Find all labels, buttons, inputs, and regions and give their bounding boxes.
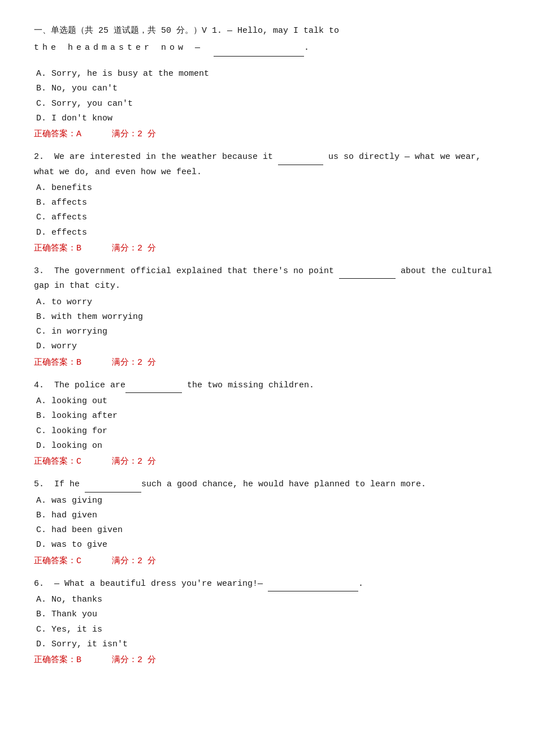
q4-option-c: C. looking for [34, 424, 500, 439]
q2-option-d: D. effects [34, 226, 500, 240]
q3-answer: 正确答案：B 满分：2 分 [34, 356, 500, 370]
q6-score-label: 满分：2 分 [112, 655, 156, 665]
q6-answer-label: 正确答案：B [34, 655, 81, 665]
question-6: 6. — What a beautiful dress you're weari… [34, 577, 500, 668]
q5-option-d: D. was to give [34, 538, 500, 552]
q5-option-c: C. had been given [34, 523, 500, 538]
q5-option-b: B. had given [34, 508, 500, 523]
q1-answer: 正确答案：A 满分：2 分 [34, 127, 500, 142]
q5-answer: 正确答案：C 满分：2 分 [34, 554, 500, 569]
q1-option-c: C. Sorry, you can't [34, 97, 500, 111]
question-4: 4. The police are the two missing childr… [34, 378, 500, 470]
q1-score-label: 满分：2 分 [112, 129, 156, 139]
q1-answer-label: 正确答案：A [34, 129, 81, 139]
header-line2: the headmaster now — . [34, 40, 500, 57]
question-5: 5. If he such a good chance, he would ha… [34, 477, 500, 569]
q2-option-a: A. benefits [34, 181, 500, 196]
q2-answer-label: 正确答案：B [34, 244, 81, 253]
q3-option-b: B. with them worrying [34, 310, 500, 325]
q3-answer-label: 正确答案：B [34, 358, 81, 368]
question-2: 2. We are interested in the weather beca… [34, 150, 500, 256]
q5-score-label: 满分：2 分 [112, 556, 156, 566]
q2-text: 2. We are interested in the weather beca… [34, 150, 500, 180]
q6-option-d: D. Sorry, it isn't [34, 637, 500, 652]
q4-blank [125, 392, 182, 393]
q5-blank [85, 492, 141, 493]
q6-answer: 正确答案：B 满分：2 分 [34, 653, 500, 668]
q4-answer: 正确答案：C 满分：2 分 [34, 455, 500, 469]
q4-option-d: D. looking on [34, 439, 500, 453]
question-3: 3. The government official explained tha… [34, 264, 500, 370]
q5-text: 5. If he such a good chance, he would ha… [34, 477, 500, 492]
q3-option-a: A. to worry [34, 295, 500, 310]
spaced-text: the headmaster now — [34, 43, 203, 53]
header-line1: 一、单选题（共 25 道试题，共 50 分。）V 1. — Hello, may… [34, 23, 500, 40]
period: . [304, 43, 309, 53]
q5-answer-label: 正确答案：C [34, 556, 81, 566]
q4-answer-label: 正确答案：C [34, 457, 81, 466]
q4-option-a: A. looking out [34, 394, 500, 409]
q1-option-a: A. Sorry, he is busy at the moment [34, 67, 500, 81]
q1-option-b: B. No, you can't [34, 81, 500, 96]
q3-score-label: 满分：2 分 [112, 358, 156, 368]
q4-text: 4. The police are the two missing childr… [34, 378, 500, 393]
blank-line2 [214, 56, 304, 57]
q2-answer: 正确答案：B 满分：2 分 [34, 241, 500, 256]
q2-score-label: 满分：2 分 [112, 244, 156, 253]
q4-option-b: B. looking after [34, 409, 500, 424]
header-section: 一、单选题（共 25 道试题，共 50 分。）V 1. — Hello, may… [34, 23, 500, 57]
page-container: 一、单选题（共 25 道试题，共 50 分。）V 1. — Hello, may… [34, 23, 500, 668]
q6-option-b: B. Thank you [34, 607, 500, 622]
q3-blank [339, 278, 396, 279]
q2-blank [278, 165, 323, 165]
q3-option-d: D. worry [34, 339, 500, 354]
q6-option-a: A. No, thanks [34, 593, 500, 607]
q2-option-b: B. affects [34, 196, 500, 210]
q6-blank [268, 591, 358, 591]
q3-text: 3. The government official explained tha… [34, 264, 500, 294]
q5-option-a: A. was giving [34, 494, 500, 508]
q1-option-d: D. I don't know [34, 111, 500, 126]
q4-score-label: 满分：2 分 [112, 457, 156, 466]
q3-option-c: C. in worrying [34, 325, 500, 339]
question-1: A. Sorry, he is busy at the moment B. No… [34, 67, 500, 142]
q6-text: 6. — What a beautiful dress you're weari… [34, 577, 500, 591]
q2-option-c: C. affects [34, 210, 500, 225]
q6-option-c: C. Yes, it is [34, 623, 500, 637]
